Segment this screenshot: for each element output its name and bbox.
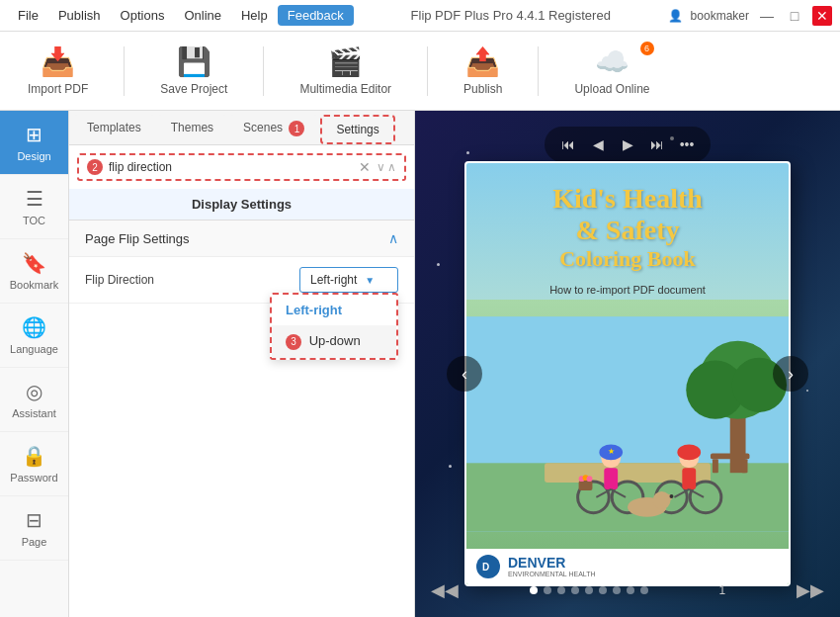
sidebar-item-design[interactable]: ⊞ Design (0, 111, 68, 175)
svg-text:★: ★ (608, 447, 615, 456)
sidebar-label-toc: TOC (23, 215, 45, 226)
flip-direction-value: Left-right (310, 273, 357, 287)
upload-online-button[interactable]: ☁️ 6 Upload Online (562, 40, 661, 102)
page-dot-8[interactable] (627, 586, 634, 594)
dropdown-arrow-icon: ▼ (365, 275, 375, 286)
page-dot-5[interactable] (585, 586, 593, 594)
publish-label: Publish (463, 82, 502, 96)
page-dot-2[interactable] (544, 586, 551, 594)
close-button[interactable]: ✕ (812, 6, 832, 26)
upload-online-label: Upload Online (574, 82, 649, 96)
tab-templates[interactable]: Templates (73, 115, 155, 144)
page-icon: ⊟ (26, 508, 42, 532)
tab-themes[interactable]: Themes (157, 115, 227, 144)
sidebar-label-password: Password (10, 472, 57, 484)
page-dot-3[interactable] (557, 586, 565, 594)
sidebar-item-assistant[interactable]: ◎ Assistant (0, 368, 68, 432)
nav-next-button[interactable]: ▶ (614, 131, 641, 158)
book-scene: ★ (466, 300, 789, 549)
search-arrows: ∨ ∧ (377, 160, 396, 174)
sidebar-label-bookmark: Bookmark (10, 279, 59, 291)
page-flip-section-header[interactable]: Page Flip Settings ∧ (69, 220, 414, 257)
search-badge: 2 (87, 159, 103, 175)
password-icon: 🔒 (22, 444, 46, 468)
tab-scenes[interactable]: Scenes 1 (229, 115, 318, 144)
page-dot-7[interactable] (613, 586, 621, 594)
book-title-line3: Coloring Book (552, 246, 703, 272)
save-project-button[interactable]: 💾 Save Project (148, 40, 239, 102)
flip-direction-menu: Left-right 3 Up-down (270, 293, 398, 360)
panel-tabs: Templates Themes Scenes 1 Settings (69, 111, 414, 145)
search-up-arrow[interactable]: ∧ (387, 160, 396, 174)
nav-prev-button[interactable]: ◀ (584, 131, 612, 158)
sidebar-label-design: Design (17, 150, 50, 162)
svg-rect-13 (604, 468, 618, 489)
sidebar-item-toc[interactable]: ☰ TOC (0, 175, 68, 239)
section-chevron-icon: ∧ (388, 230, 398, 246)
minimize-button[interactable]: — (757, 6, 777, 26)
sidebar-label-assistant: Assistant (12, 407, 56, 419)
option-up-down[interactable]: 3 Up-down (272, 325, 396, 358)
page-dot-9[interactable] (640, 586, 648, 594)
page-dot-4[interactable] (571, 586, 579, 594)
flip-direction-dropdown-wrapper: Left-right ▼ Left-right 3 Up-down (299, 267, 398, 293)
menu-options[interactable]: Options (111, 4, 175, 27)
menu-file[interactable]: File (8, 4, 48, 27)
title-bar: File Publish Options Online Help Feedbac… (0, 0, 840, 32)
bookmark-icon: 🔖 (22, 251, 46, 275)
last-page-button[interactable]: ▶▶ (797, 579, 824, 601)
svg-rect-8 (713, 459, 718, 473)
book-next-arrow[interactable]: › (773, 356, 808, 392)
svg-rect-7 (711, 453, 750, 459)
flip-direction-row: Flip Direction Left-right ▼ Left-right 3… (69, 257, 414, 304)
search-input[interactable] (109, 160, 353, 174)
page-dot-1[interactable] (530, 586, 538, 594)
upload-badge: 6 (640, 42, 654, 55)
sidebar-item-page[interactable]: ⊟ Page (0, 496, 68, 561)
page-number: 1 (719, 583, 726, 597)
section-title: Page Flip Settings (85, 231, 190, 246)
book-prev-arrow[interactable]: ‹ (447, 356, 482, 392)
svg-point-24 (677, 445, 701, 461)
preview-area: ⏮ ◀ ▶ ⏭ ••• ‹ Kid's Health & Safety Colo… (415, 111, 840, 617)
page-dot-6[interactable] (599, 586, 607, 594)
multimedia-editor-button[interactable]: 🎬 Multimedia Editor (288, 40, 403, 102)
title-bar-controls: 👤 bookmaker — □ ✕ (668, 6, 832, 26)
menu-help[interactable]: Help (231, 4, 278, 27)
toc-icon: ☰ (26, 187, 43, 211)
menu-publish[interactable]: Publish (48, 4, 111, 27)
publish-icon: 📤 (465, 45, 500, 78)
left-sidebar: ⊞ Design ☰ TOC 🔖 Bookmark 🌐 Language ◎ A… (0, 111, 69, 617)
book-title-line1: Kid's Health (552, 183, 703, 215)
nav-first-button[interactable]: ⏮ (554, 131, 582, 158)
search-down-arrow[interactable]: ∨ (377, 160, 385, 174)
flip-direction-dropdown[interactable]: Left-right ▼ (299, 267, 398, 293)
menu-online[interactable]: Online (174, 4, 231, 27)
display-settings-heading: Display Settings (69, 189, 414, 220)
option-left-right[interactable]: Left-right (272, 295, 396, 325)
option-badge: 3 (286, 334, 301, 350)
multimedia-editor-icon: 🎬 (328, 45, 363, 78)
tab-settings[interactable]: Settings (320, 115, 394, 144)
preview-nav-controls: ⏮ ◀ ▶ ⏭ ••• (545, 127, 711, 162)
import-pdf-button[interactable]: 📥 Import PDF (16, 40, 100, 102)
search-clear-button[interactable]: ✕ (359, 159, 371, 175)
publish-button[interactable]: 📤 Publish (452, 40, 514, 102)
menu-feedback[interactable]: Feedback (278, 5, 354, 26)
nav-last-button[interactable]: ⏭ (643, 131, 671, 158)
title-bar-left: File Publish Options Online Help Feedbac… (8, 4, 354, 27)
toolbar-separator-1 (124, 46, 125, 96)
svg-rect-29 (579, 481, 593, 490)
menu-bar: File Publish Options Online Help Feedbac… (8, 4, 354, 27)
nav-more-button[interactable]: ••• (673, 131, 701, 158)
denver-brand: DENVER (508, 555, 596, 571)
first-page-button[interactable]: ◀◀ (431, 579, 459, 601)
sidebar-item-language[interactable]: 🌐 Language (0, 304, 68, 368)
svg-rect-21 (682, 468, 696, 489)
book-container: ‹ Kid's Health & Safety Coloring Book Ho… (464, 161, 791, 586)
maximize-button[interactable]: □ (785, 6, 804, 26)
page-dots (530, 586, 648, 594)
sidebar-item-password[interactable]: 🔒 Password (0, 432, 68, 496)
save-project-icon: 💾 (177, 45, 211, 78)
sidebar-item-bookmark[interactable]: 🔖 Bookmark (0, 239, 68, 304)
